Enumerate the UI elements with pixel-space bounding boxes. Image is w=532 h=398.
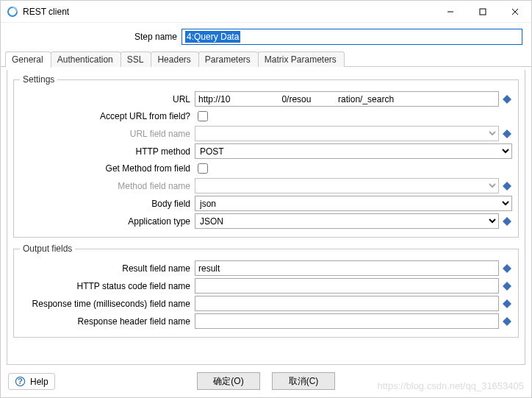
method-field-name-label: Method field name xyxy=(20,181,195,191)
accept-url-label: Accept URL from field? xyxy=(20,111,195,121)
dialog-window: REST client Step name 4:Query Data Gener… xyxy=(0,0,532,398)
result-field-label: Result field name xyxy=(20,263,195,274)
body-field-select[interactable]: json xyxy=(195,196,512,211)
response-header-field-input[interactable] xyxy=(195,313,499,329)
variable-icon[interactable] xyxy=(502,316,512,327)
tab-bar: General Authentication SSL Headers Param… xyxy=(1,49,531,67)
body-field-label: Body field xyxy=(20,199,195,209)
variable-icon[interactable] xyxy=(502,299,512,309)
tab-parameters[interactable]: Parameters xyxy=(198,51,259,67)
tab-authentication[interactable]: Authentication xyxy=(51,51,121,67)
ok-button[interactable]: 确定(O) xyxy=(197,372,260,390)
svg-marker-12 xyxy=(503,317,511,326)
svg-marker-11 xyxy=(503,299,511,308)
tab-panel-general: Settings URL Accept URL from field? URL … xyxy=(7,70,525,365)
svg-marker-7 xyxy=(503,182,511,191)
step-name-label: Step name xyxy=(1,32,181,42)
url-field-name-select xyxy=(195,126,499,141)
svg-marker-10 xyxy=(503,282,511,291)
method-field-name-select xyxy=(195,178,499,193)
step-name-row: Step name 4:Query Data xyxy=(1,23,531,49)
tab-matrix-parameters[interactable]: Matrix Parameters xyxy=(258,51,345,67)
variable-icon[interactable] xyxy=(502,181,512,191)
help-button[interactable]: ? Help xyxy=(8,373,55,390)
svg-rect-2 xyxy=(480,9,486,15)
minimize-button[interactable] xyxy=(434,1,467,23)
status-code-field-input[interactable] xyxy=(195,278,499,294)
application-type-select[interactable]: JSON xyxy=(195,213,499,229)
output-fields-legend: Output fields xyxy=(20,244,75,254)
close-button[interactable] xyxy=(499,1,531,23)
variable-icon[interactable] xyxy=(502,129,512,139)
svg-marker-9 xyxy=(503,264,511,273)
app-icon xyxy=(7,6,18,18)
get-method-from-field-label: Get Method from field xyxy=(20,163,195,174)
http-method-label: HTTP method xyxy=(20,146,195,157)
tab-headers[interactable]: Headers xyxy=(151,51,198,67)
variable-icon[interactable] xyxy=(502,263,512,274)
titlebar: REST client xyxy=(1,1,531,23)
status-code-field-label: HTTP status code field name xyxy=(20,281,195,291)
svg-marker-5 xyxy=(503,95,511,104)
variable-icon[interactable] xyxy=(502,216,512,227)
help-icon: ? xyxy=(15,376,26,387)
cancel-button[interactable]: 取消(C) xyxy=(272,372,335,390)
svg-text:?: ? xyxy=(18,377,23,385)
application-type-label: Application type xyxy=(20,216,195,227)
settings-legend: Settings xyxy=(20,74,57,85)
tab-ssl[interactable]: SSL xyxy=(121,51,152,67)
url-field-name-label: URL field name xyxy=(20,129,195,139)
tab-general[interactable]: General xyxy=(5,51,51,68)
help-label: Help xyxy=(30,377,48,387)
url-label: URL xyxy=(20,94,195,104)
window-title: REST client xyxy=(23,7,434,17)
step-name-value: 4:Query Data xyxy=(185,31,240,43)
svg-marker-8 xyxy=(503,217,511,226)
response-time-field-input[interactable] xyxy=(195,296,499,311)
url-input[interactable] xyxy=(195,91,499,107)
dialog-buttons: 确定(O) 取消(C) xyxy=(1,368,531,397)
result-field-input[interactable] xyxy=(195,260,499,276)
response-header-field-label: Response header field name xyxy=(20,316,195,327)
step-name-input[interactable]: 4:Query Data xyxy=(181,29,522,45)
response-time-field-label: Response time (milliseconds) field name xyxy=(20,299,195,309)
settings-group: Settings URL Accept URL from field? URL … xyxy=(13,74,519,238)
variable-icon[interactable] xyxy=(502,281,512,291)
get-method-from-field-checkbox[interactable] xyxy=(198,163,208,174)
maximize-button[interactable] xyxy=(467,1,499,23)
output-fields-group: Output fields Result field name HTTP sta… xyxy=(13,244,519,338)
http-method-select[interactable]: POST xyxy=(195,143,512,159)
variable-icon[interactable] xyxy=(502,94,512,104)
svg-marker-6 xyxy=(503,129,511,138)
accept-url-checkbox[interactable] xyxy=(198,111,208,121)
